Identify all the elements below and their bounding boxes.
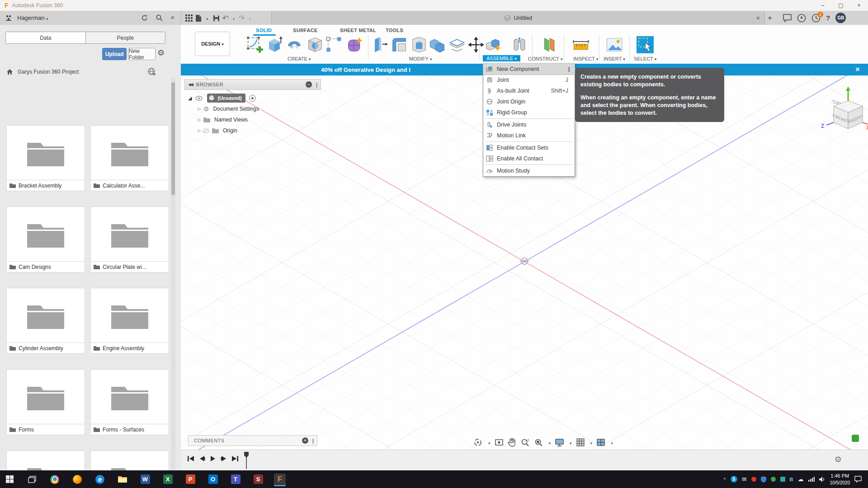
app-grid-icon[interactable] (185, 14, 193, 22)
grid-settings-icon[interactable] (576, 438, 585, 447)
comments-grip-handle[interactable]: ❙ (311, 438, 315, 444)
folder-thumbnail[interactable] (6, 369, 85, 424)
menu-item-drive-joints[interactable]: Drive Joints (483, 119, 575, 130)
more-options-icon[interactable]: ⋮ (566, 66, 572, 73)
menu-item-enable-contact-sets[interactable]: Enable Contact Sets (483, 142, 575, 153)
hidden-eye-icon[interactable] (203, 128, 209, 133)
extrude-icon[interactable] (266, 36, 283, 53)
defender-shield-icon[interactable] (761, 476, 766, 483)
folder-card[interactable]: Forms - Surfaces (90, 424, 169, 435)
new-tab-button[interactable]: + (768, 14, 772, 23)
activate-radio-icon[interactable] (249, 95, 256, 102)
chrome-icon[interactable] (49, 474, 61, 485)
root-expand-icon[interactable]: ◢ (188, 95, 192, 101)
group-construct[interactable]: CONSTRUCT (528, 56, 563, 61)
action-center-icon[interactable] (854, 476, 862, 483)
volume-icon[interactable] (819, 477, 826, 482)
green-tray-icon[interactable] (771, 477, 776, 482)
folder-thumbnail[interactable] (90, 450, 169, 470)
globe-icon[interactable] (147, 67, 156, 76)
group-assemble[interactable]: ASSEMBLE (483, 55, 520, 61)
browser-minimize-icon[interactable]: – (306, 81, 312, 88)
browser-row-document-settings[interactable]: ▷ ⚙ Document Settings (184, 103, 321, 114)
select-icon[interactable] (637, 36, 654, 53)
banner-close-icon[interactable]: × (855, 65, 860, 74)
look-at-icon[interactable] (495, 438, 504, 446)
cad-app-icon[interactable]: S (252, 474, 264, 485)
taskbar-clock[interactable]: 1:46 PM 10/5/2020 (830, 473, 850, 486)
breadcrumb-project[interactable]: Garys Fusion 360 Project (18, 69, 79, 75)
folder-card[interactable]: Calculator Asse... (90, 180, 169, 191)
undo-icon[interactable]: ↶ (222, 14, 229, 23)
new-component-icon[interactable] (485, 36, 502, 53)
create-form-icon[interactable] (346, 36, 363, 53)
browser-header[interactable]: ◀◀ BROWSER – ❙ (184, 79, 321, 90)
split-body-icon[interactable] (448, 36, 466, 53)
folder-card[interactable]: Cam Designs (6, 262, 85, 272)
close-panel-icon[interactable]: × (170, 14, 175, 22)
minimize-button[interactable]: – (814, 0, 832, 11)
timeline-step-back-icon[interactable] (199, 455, 205, 462)
folder-card[interactable]: Engine Assembly (90, 343, 169, 354)
timeline-marker[interactable] (243, 452, 250, 469)
folder-thumbnail[interactable] (90, 125, 169, 180)
hidden-icons-caret[interactable]: ^ (723, 477, 726, 482)
task-view-button[interactable] (26, 474, 38, 485)
move-copy-icon[interactable] (467, 36, 485, 53)
visibility-eye-icon[interactable] (195, 96, 203, 101)
menu-item-motion-link[interactable]: Motion Link (483, 130, 575, 141)
tab-people[interactable]: People (86, 32, 165, 43)
file-menu-icon[interactable] (195, 14, 202, 22)
menu-item-new-component[interactable]: New Component ⋮ (483, 64, 575, 75)
maximize-button[interactable]: ▢ (832, 0, 850, 11)
orbit-icon[interactable] (473, 438, 483, 447)
in-canvas-chat-icon[interactable] (852, 435, 859, 442)
tab-solid[interactable]: SOLID (256, 28, 272, 33)
close-window-button[interactable]: × (850, 0, 868, 11)
mail-tray-icon[interactable]: ✉ (742, 476, 747, 483)
joint-icon[interactable] (511, 36, 528, 53)
folder-thumbnail[interactable] (6, 450, 85, 470)
workspace-selector[interactable]: DESIGN (195, 32, 230, 56)
combine-icon[interactable] (429, 36, 446, 53)
red-tray-icon[interactable] (751, 477, 756, 482)
press-pull-icon[interactable] (372, 36, 389, 53)
group-inspect[interactable]: INSPECT (573, 56, 598, 61)
folder-card[interactable]: Bracket Assembly (6, 180, 85, 191)
create-sketch-icon[interactable] (246, 36, 264, 53)
browser-row-named-views[interactable]: ▷ Named Views (184, 114, 321, 125)
insert-image-icon[interactable] (606, 36, 623, 53)
folder-thumbnail[interactable] (6, 206, 85, 262)
pattern-icon[interactable] (326, 36, 343, 53)
folder-thumbnail[interactable] (90, 206, 169, 262)
pan-icon[interactable] (508, 438, 516, 447)
collapse-browser-icon[interactable]: ◀◀ (188, 82, 193, 87)
fit-icon[interactable] (534, 438, 543, 447)
save-icon[interactable] (213, 15, 220, 22)
refresh-icon[interactable] (141, 14, 148, 22)
panel-settings-gear-icon[interactable]: ⚙ (157, 48, 165, 58)
file-explorer-icon[interactable] (117, 474, 128, 485)
origin-marker[interactable] (518, 255, 531, 267)
timeline-step-forward-icon[interactable] (221, 455, 227, 462)
job-status-icon[interactable]: 1 (811, 14, 821, 23)
timeline-go-end-icon[interactable] (231, 455, 239, 462)
menu-item-as-built-joint[interactable]: As-built Joint Shift+J (483, 85, 575, 96)
teal-tray-icon[interactable] (780, 477, 785, 482)
home-icon[interactable] (6, 69, 13, 75)
browser-grip-handle[interactable]: ❙ (315, 82, 319, 88)
menu-item-joint-origin[interactable]: Joint Origin (483, 96, 575, 107)
root-document-chip[interactable]: (Unsaved) (207, 94, 245, 103)
panel-scrollbar-thumb[interactable] (171, 82, 175, 195)
undo-caret-icon[interactable] (231, 14, 235, 22)
bluetooth-icon[interactable]: B (790, 477, 793, 482)
folder-thumbnail[interactable] (6, 288, 85, 343)
tab-sheet-metal[interactable]: SHEET METAL (340, 28, 376, 33)
fusion-360-taskbar-icon[interactable]: F (274, 474, 286, 485)
search-icon[interactable] (156, 14, 163, 22)
measure-icon[interactable] (572, 36, 590, 53)
close-tab-icon[interactable]: × (756, 14, 760, 22)
viewports-icon[interactable] (596, 438, 605, 446)
zoom-icon[interactable]: ± (520, 438, 530, 447)
expand-icon[interactable]: ▷ (196, 107, 203, 111)
